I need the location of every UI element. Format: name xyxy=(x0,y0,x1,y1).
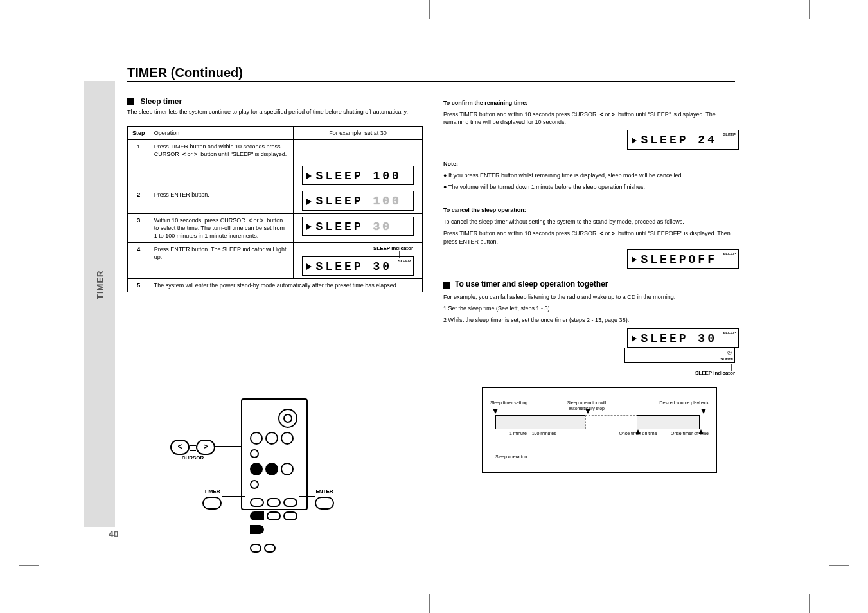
table-row: 2 Press ENTER button. SLEEP 100 xyxy=(128,188,423,213)
page: TIMER TIMER (Continued) Sleep timer The … xyxy=(0,0,868,613)
step-desc: The system will enter the power stand-by… xyxy=(150,279,422,292)
crop-mark xyxy=(829,565,849,567)
crop-mark xyxy=(58,0,59,19)
step-display: SLEEP 30 xyxy=(294,213,423,242)
button-shape-icon xyxy=(202,497,222,510)
lcd-text: SLEEP 100 xyxy=(316,170,402,182)
table-row: 3 Within 10 seconds, press CURSOR < or >… xyxy=(128,213,423,242)
right-column: To confirm the remaining time: Press TIM… xyxy=(443,99,739,473)
title-rule xyxy=(127,81,735,82)
crop-mark xyxy=(429,594,430,613)
sleep-indicator: SLEEP xyxy=(723,251,736,256)
table-row: 4 Press ENTER button. The SLEEP indicato… xyxy=(128,243,423,279)
timer-diagram: Sleep timer setting Sleep operation will… xyxy=(482,387,717,473)
sleep-indicator: SLEEP xyxy=(723,132,736,137)
notes-title: Note: xyxy=(443,161,458,167)
col-operation: Operation xyxy=(150,127,293,140)
step-display: SLEEP indicator │ SLEEP 30 SLEEP xyxy=(294,243,423,279)
step-num: 5 xyxy=(128,279,150,292)
step-desc: Press ENTER button. The SLEEP indicator … xyxy=(150,243,293,279)
table-row: 5 The system will enter the power stand-… xyxy=(128,279,423,292)
play-icon xyxy=(632,138,637,144)
lcd-text-flashing: 100 xyxy=(373,195,401,208)
crop-mark xyxy=(829,39,849,40)
clock-icon: ◷ xyxy=(727,350,732,357)
check-title: To confirm the remaining time: xyxy=(443,100,527,106)
section-heading: Sleep timer xyxy=(127,96,182,107)
cursor-buttons: <> CURSOR xyxy=(170,440,215,462)
section-intro: The sleep timer lets the system continue… xyxy=(127,108,423,116)
combo-heading: To use timer and sleep operation togethe… xyxy=(443,279,739,289)
lcd-display: SLEEP 100 xyxy=(302,166,414,185)
step-num: 1 xyxy=(128,140,150,188)
lcd-display: SLEEP 100 xyxy=(302,191,414,210)
lcd-text: SLEEP 30 xyxy=(641,332,717,345)
sleep-bar xyxy=(495,415,587,429)
cancel-title: To cancel the sleep operation: xyxy=(443,207,526,213)
sleep-indicator: SLEEP xyxy=(398,258,411,263)
gap-bar xyxy=(585,415,638,429)
step-display: SLEEP 100 xyxy=(294,188,423,213)
sleep-indicator: SLEEP xyxy=(720,357,733,362)
sleep-indicator: SLEEP xyxy=(723,330,736,335)
enter-label: ENTER xyxy=(315,488,334,495)
cursor-left-icon: < xyxy=(170,440,190,455)
crop-mark xyxy=(19,296,39,297)
timer-button: TIMER xyxy=(202,488,222,510)
col-step: Step xyxy=(128,127,150,140)
step-num: 2 xyxy=(128,188,150,213)
remote-diagram: <> CURSOR TIMER ENTER xyxy=(170,398,357,514)
enter-button: ENTER xyxy=(315,488,334,510)
sidebar-tab: TIMER xyxy=(84,81,115,527)
step-num: 3 xyxy=(128,213,150,242)
play-icon xyxy=(632,256,637,263)
crop-mark xyxy=(19,39,39,40)
play-icon xyxy=(632,335,637,342)
lcd-display: SLEEP 30 xyxy=(302,217,414,236)
crop-mark xyxy=(829,296,849,297)
callout: SLEEP indicator xyxy=(443,370,735,377)
lcd-text: SLEEP 24 xyxy=(641,134,717,147)
crop-mark xyxy=(809,594,810,613)
cursor-right-icon: > xyxy=(196,440,215,455)
steps-table: Step Operation For example, set at 30 1 … xyxy=(127,126,423,292)
table-row: 1 Press TIMER button and within 10 secon… xyxy=(128,140,423,188)
lcd-text: SLEEP 30 xyxy=(316,260,392,273)
page-title: TIMER (Continued) xyxy=(127,64,243,82)
lcd-display: SLEEPOFF SLEEP xyxy=(627,249,739,269)
square-bullet-icon xyxy=(127,98,134,105)
step-desc: Press ENTER button. xyxy=(150,188,293,213)
step-desc: Press TIMER button and within 10 seconds… xyxy=(150,140,293,188)
lcd-display: SLEEP 30 SLEEP xyxy=(302,256,414,276)
lcd-text-flashing: 30 xyxy=(373,220,392,233)
play-icon xyxy=(306,199,312,205)
cursor-label: CURSOR xyxy=(170,455,215,462)
crop-mark xyxy=(58,594,59,613)
step-num: 4 xyxy=(128,243,150,279)
power-ring-icon xyxy=(278,409,297,428)
lcd-text: SLEEPOFF xyxy=(641,253,717,266)
sidebar-label: TIMER xyxy=(94,271,106,299)
lcd-text: SLEEP xyxy=(316,220,373,233)
step-display: SLEEP 100 xyxy=(294,140,423,188)
play-icon xyxy=(306,224,312,230)
play-icon xyxy=(306,263,312,270)
remote-body xyxy=(241,398,308,510)
leader-line xyxy=(214,446,242,447)
table-header-row: Step Operation For example, set at 30 xyxy=(128,127,423,140)
crop-mark xyxy=(19,565,39,567)
crop-mark xyxy=(429,0,430,19)
step-desc: Within 10 seconds, press CURSOR < or > b… xyxy=(150,213,293,242)
lcd-display: SLEEP 24 SLEEP xyxy=(627,130,739,149)
timer-label: TIMER xyxy=(202,488,222,495)
page-number: 40 xyxy=(109,528,119,540)
col-display: For example, set at 30 xyxy=(294,127,423,140)
lcd-display: SLEEP 30 SLEEP xyxy=(627,328,739,348)
once-bar xyxy=(637,415,700,429)
crop-mark xyxy=(809,0,810,19)
button-shape-icon xyxy=(315,497,334,510)
lcd-text: SLEEP xyxy=(316,195,373,208)
button-grid xyxy=(249,431,300,556)
section-heading-text: Sleep timer xyxy=(141,97,182,106)
play-icon xyxy=(306,173,312,179)
